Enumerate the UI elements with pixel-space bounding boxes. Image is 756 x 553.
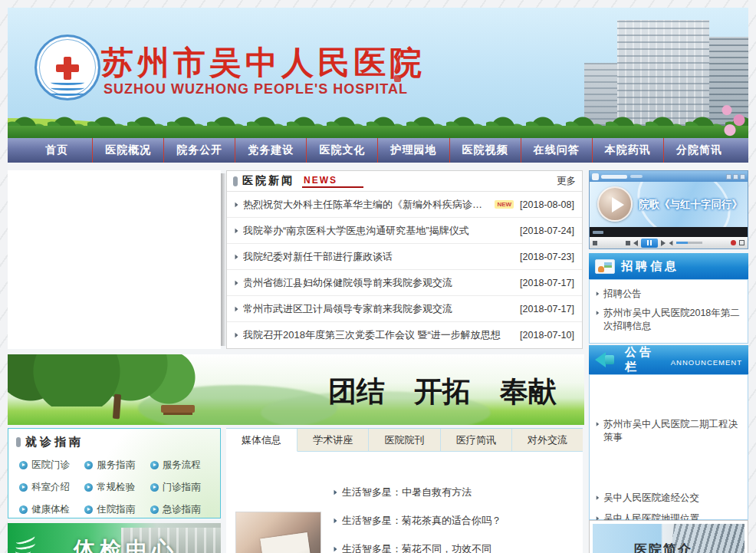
record-icon[interactable] [731, 240, 736, 245]
arrow-bullet-icon [235, 228, 238, 232]
maximize-icon[interactable] [733, 174, 738, 179]
news-link[interactable]: 我院召开2018年度第三次党委工作会议 暨“进一步解放思想 [243, 328, 501, 342]
circle-arrow-icon [150, 505, 159, 514]
arrow-bullet-icon [597, 311, 600, 315]
checkup-center-banner[interactable]: 体检中心 [8, 523, 221, 553]
nav-item-qa[interactable]: 在线问答 [521, 138, 592, 163]
recruit-link[interactable]: 招聘公告 [596, 288, 741, 301]
guide-link-text: 门诊指南 [163, 481, 201, 494]
nav-item-video[interactable]: 医院视频 [449, 138, 521, 163]
volume-icon[interactable] [669, 240, 673, 245]
player-app-icon [592, 173, 599, 180]
player-progress-bar[interactable] [590, 227, 748, 237]
site-header: 苏州市吴中人民医院 SUZHOU WUZHONG PEOPLE'S HOSPIT… [8, 8, 748, 138]
guide-link[interactable]: 服务流程 [150, 454, 215, 476]
news-date: [2018-07-17] [514, 278, 574, 288]
arrow-bullet-icon [334, 489, 337, 494]
guide-link[interactable]: 住院指南 [84, 499, 150, 521]
guide-link[interactable]: 服务指南 [84, 454, 150, 476]
arrow-bullet-icon [597, 291, 600, 296]
announcement-title-en: ANNOUNCEMENT [671, 358, 742, 367]
circle-arrow-icon [150, 483, 159, 492]
video-player: 院歌《与红十字同行》 [589, 170, 748, 249]
announcement-panel: 苏州市吴中人民医院二期工程决策事 吴中人民医院途经公交 吴中人民医院地理位置 [589, 374, 748, 520]
announcement-link[interactable]: 苏州市吴中人民医院二期工程决策事 [596, 418, 741, 444]
new-badge: NEW [495, 200, 514, 209]
slogan-word: 团结 [328, 373, 385, 411]
recruit-link-text: 苏州市吴中人民医院2018年第二次招聘信息 [603, 307, 741, 333]
guide-link[interactable]: 健康体检 [19, 499, 84, 521]
pause-button[interactable] [641, 239, 658, 248]
previous-icon[interactable] [633, 240, 638, 246]
tab-journal[interactable]: 医院院刊 [369, 429, 440, 451]
news-row: 我院举办“南京医科大学医患沟通研究基地”揭牌仪式 [2018-07-24] [227, 218, 582, 244]
news-link[interactable]: 我院纪委对新任干部进行廉政谈话 [243, 250, 393, 264]
recruit-link[interactable]: 苏州市吴中人民医院2018年第二次招聘信息 [596, 307, 741, 333]
volume-slider[interactable] [676, 242, 702, 244]
news-link[interactable]: 热烈祝贺大外科主任陈革华主编的《新编外科疾病诊断与治 [243, 198, 491, 212]
nav-item-party[interactable]: 党务建设 [235, 138, 306, 163]
media-tabs-panel: 媒体信息 学术讲座 医院院刊 医疗简讯 对外交流 生活智多星：中暑自救有方法 生… [226, 428, 583, 553]
nav-item-branch[interactable]: 分院简讯 [663, 138, 735, 163]
media-link[interactable]: 生活智多星：中暑自救有方法 [334, 478, 577, 506]
circle-arrow-icon [150, 461, 159, 469]
news-more-link[interactable]: 更多 [557, 175, 576, 188]
guide-link[interactable]: 门诊指南 [150, 476, 215, 499]
nav-item-affairs[interactable]: 院务公开 [163, 138, 235, 163]
capsule-icon [16, 437, 21, 447]
tree-decoration [113, 394, 121, 420]
news-link[interactable]: 贵州省德江县妇幼保健院领导前来我院参观交流 [243, 276, 452, 290]
guide-link-text: 医院门诊 [31, 459, 70, 472]
hospital-name-chinese: 苏州市吴中人民医院 [101, 41, 426, 84]
guide-link-text: 服务指南 [97, 459, 135, 472]
hospital-logo [35, 35, 100, 100]
media-thumbnail[interactable] [235, 512, 321, 553]
arrow-bullet-icon [235, 202, 238, 206]
nav-item-culture[interactable]: 医院文化 [306, 138, 377, 163]
close-icon[interactable] [740, 174, 745, 179]
nav-item-overview[interactable]: 医院概况 [92, 138, 163, 163]
visit-guide-panel: 就诊指南 医院门诊 服务指南 服务流程 科室介绍 常规检验 门诊指南 健康体检 … [8, 428, 221, 518]
fullscreen-icon[interactable] [739, 240, 744, 245]
nav-item-pharmacy[interactable]: 本院药讯 [592, 138, 663, 163]
circle-arrow-icon [19, 483, 28, 492]
circle-arrow-icon [84, 461, 93, 469]
news-link[interactable]: 我院举办“南京医科大学医患沟通研究基地”揭牌仪式 [243, 224, 469, 238]
arrow-bullet-icon [597, 495, 600, 500]
guide-link[interactable]: 科室介绍 [19, 476, 84, 499]
intro-title: 医院简介 [634, 541, 692, 553]
media-link-text: 生活智多星：菊花茶真的适合你吗？ [342, 514, 501, 528]
guide-link[interactable]: 常规检验 [84, 476, 150, 499]
minimize-icon[interactable] [726, 174, 731, 179]
news-date: [2018-07-17] [514, 304, 574, 314]
news-link[interactable]: 常州市武进区卫计局领导专家前来我院参观交流 [243, 302, 452, 316]
news-date: [2018-07-10] [514, 330, 574, 341]
news-row: 我院召开2018年度第三次党委工作会议 暨“进一步解放思想 [2018-07-1… [227, 322, 582, 348]
arrow-bullet-icon [235, 280, 238, 285]
nav-item-nursing[interactable]: 护理园地 [377, 138, 449, 163]
hospital-intro-card[interactable]: 医院简介 [589, 520, 748, 553]
recruit-panel: 招聘公告 苏州市吴中人民医院2018年第二次招聘信息 [589, 279, 748, 344]
media-link[interactable]: 生活智多星：菊花不同，功效不同 [334, 535, 577, 553]
media-tab-bar: 媒体信息 学术讲座 医院院刊 医疗简讯 对外交流 [226, 429, 583, 452]
media-link[interactable]: 生活智多星：菊花茶真的适合你吗？ [334, 506, 577, 535]
news-row: 我院纪委对新任干部进行廉政谈话 [2018-07-23] [227, 244, 582, 270]
nav-item-home[interactable]: 首页 [21, 138, 92, 163]
stop-icon[interactable] [626, 241, 630, 245]
news-row: 常州市武进区卫计局领导专家前来我院参观交流 [2018-07-17] [227, 296, 582, 322]
guide-link[interactable]: 急诊指南 [150, 499, 215, 521]
next-icon[interactable] [661, 240, 666, 246]
media-link-text: 生活智多星：中暑自救有方法 [342, 486, 472, 499]
tab-media-info[interactable]: 媒体信息 [226, 429, 297, 452]
guide-link[interactable]: 医院门诊 [19, 454, 84, 476]
announcement-link[interactable]: 吴中人民医院途经公交 [596, 492, 741, 505]
play-button[interactable] [597, 186, 633, 222]
photo-slideshow[interactable] [8, 170, 221, 349]
circle-arrow-icon [19, 505, 28, 514]
player-file-text [630, 175, 643, 178]
tab-lectures[interactable]: 学术讲座 [297, 429, 369, 451]
tab-exchange[interactable]: 对外交流 [512, 429, 583, 451]
capsule-icon [233, 176, 238, 186]
settings-icon[interactable] [593, 241, 597, 245]
tab-briefs[interactable]: 医疗简讯 [441, 429, 512, 451]
